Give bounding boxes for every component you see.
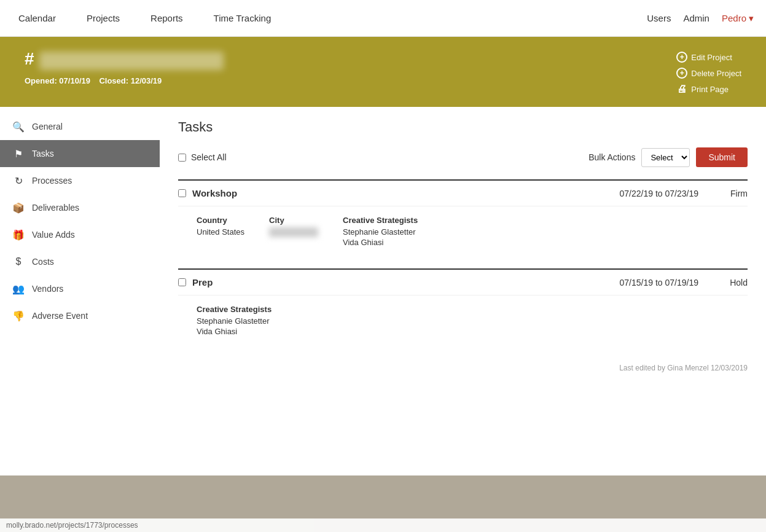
bulk-actions: Bulk Actions Select Submit xyxy=(588,147,748,167)
strategists-label-prep: Creative Strategists xyxy=(197,305,272,314)
project-info: # Opened: 07/10/19 Closed: 12/03/19 xyxy=(25,49,224,85)
sidebar-item-tasks[interactable]: ⚑ Tasks xyxy=(0,140,160,167)
task-section-workshop: Workshop 07/22/19 to 07/23/19 Firm Count… xyxy=(178,179,748,256)
strategists-list-workshop: Stephanie Glastetter Vida Ghiasi xyxy=(343,227,418,247)
sidebar-label-value-adds: Value Adds xyxy=(32,230,75,240)
dropdown-arrow-icon: ▾ xyxy=(749,13,754,24)
sidebar-label-vendors: Vendors xyxy=(32,284,63,294)
task-details-workshop: Country United States City Creative Stra… xyxy=(178,206,748,256)
task-section-prep: Prep 07/15/19 to 07/19/19 Hold Creative … xyxy=(178,268,748,345)
value-adds-icon: 🎁 xyxy=(12,229,25,241)
project-dates: Opened: 07/10/19 Closed: 12/03/19 xyxy=(25,76,224,85)
sidebar-item-adverse-event[interactable]: 👎 Adverse Event xyxy=(0,302,160,329)
detail-group-strategists-workshop: Creative Strategists Stephanie Glastette… xyxy=(343,216,418,247)
opened-date: 07/10/19 xyxy=(59,76,90,85)
print-icon: 🖨 xyxy=(676,84,687,95)
bulk-actions-select[interactable]: Select xyxy=(641,148,690,167)
nav-time-tracking[interactable]: Time Tracking xyxy=(208,1,278,36)
task-dates-prep: 07/15/19 to 07/19/19 xyxy=(620,278,698,288)
delete-project-button[interactable]: + Delete Project xyxy=(676,68,741,79)
search-icon: 🔍 xyxy=(12,120,25,133)
edit-icon: + xyxy=(676,52,687,63)
detail-group-city: City xyxy=(269,216,318,247)
top-nav: Calendar Projects Reports Time Tracking … xyxy=(0,0,766,37)
strategist-1-workshop: Stephanie Glastetter xyxy=(343,227,418,237)
city-label: City xyxy=(269,216,318,225)
tasks-controls: Select All Bulk Actions Select Submit xyxy=(178,147,748,167)
detail-group-country: Country United States xyxy=(197,216,244,247)
status-url: molly.brado.net/projects/1773/processes xyxy=(6,521,138,530)
task-header-prep: Prep 07/15/19 to 07/19/19 Hold xyxy=(178,270,748,295)
task-details-prep: Creative Strategists Stephanie Glastette… xyxy=(178,295,748,345)
main-content: Tasks Select All Bulk Actions Select Sub… xyxy=(160,107,766,475)
select-all-checkbox[interactable] xyxy=(178,154,186,162)
sidebar-label-general: General xyxy=(32,122,63,131)
submit-button[interactable]: Submit xyxy=(696,147,748,167)
strategist-2-workshop: Vida Ghiasi xyxy=(343,238,418,247)
project-banner: # Opened: 07/10/19 Closed: 12/03/19 + Ed… xyxy=(0,37,766,107)
strategists-list-prep: Stephanie Glastetter Vida Ghiasi xyxy=(197,316,272,336)
sidebar-item-costs[interactable]: $ Costs xyxy=(0,248,160,275)
footer-note: Last edited by Gina Menzel 12/03/2019 xyxy=(178,358,748,372)
nav-users[interactable]: Users xyxy=(647,13,671,23)
deliverables-icon: 📦 xyxy=(12,201,25,214)
sidebar-label-deliverables: Deliverables xyxy=(32,203,79,213)
task-header-workshop: Workshop 07/22/19 to 07/23/19 Firm xyxy=(178,181,748,206)
sidebar: 🔍 General ⚑ Tasks ↻ Processes 📦 Delivera… xyxy=(0,107,160,475)
nav-admin[interactable]: Admin xyxy=(683,13,709,23)
closed-label: Closed: xyxy=(99,76,128,85)
sidebar-label-tasks: Tasks xyxy=(32,149,54,158)
project-title xyxy=(39,52,224,70)
sidebar-item-value-adds[interactable]: 🎁 Value Adds xyxy=(0,221,160,248)
strategist-2-prep: Vida Ghiasi xyxy=(197,327,272,336)
sidebar-item-vendors[interactable]: 👥 Vendors xyxy=(0,275,160,302)
adverse-event-icon: 👎 xyxy=(12,310,25,322)
costs-icon: $ xyxy=(12,256,25,268)
strategists-label-workshop: Creative Strategists xyxy=(343,216,418,225)
select-all-label[interactable]: Select All xyxy=(178,152,227,162)
task-name-prep: Prep xyxy=(192,277,620,288)
content-area: 🔍 General ⚑ Tasks ↻ Processes 📦 Delivera… xyxy=(0,107,766,475)
task-status-prep: Hold xyxy=(711,278,748,288)
sidebar-label-costs: Costs xyxy=(32,257,54,267)
flag-icon: ⚑ xyxy=(12,147,25,160)
project-hash: # xyxy=(25,49,34,69)
project-actions: + Edit Project + Delete Project 🖨 Print … xyxy=(676,52,741,95)
task-status-workshop: Firm xyxy=(711,189,748,198)
sidebar-item-processes[interactable]: ↻ Processes xyxy=(0,167,160,194)
print-page-button[interactable]: 🖨 Print Page xyxy=(676,84,741,95)
sidebar-label-processes: Processes xyxy=(32,176,72,186)
task-name-workshop: Workshop xyxy=(192,188,620,198)
country-value: United States xyxy=(197,227,244,237)
country-label: Country xyxy=(197,216,244,225)
vendors-icon: 👥 xyxy=(12,283,25,295)
delete-icon: + xyxy=(676,68,687,79)
nav-reports[interactable]: Reports xyxy=(144,1,189,36)
city-value xyxy=(269,227,318,237)
nav-right: Users Admin Pedro ▾ xyxy=(647,13,754,24)
sidebar-item-general[interactable]: 🔍 General xyxy=(0,113,160,140)
task-checkbox-prep[interactable] xyxy=(178,278,186,286)
page-title: Tasks xyxy=(178,119,748,135)
bulk-actions-label: Bulk Actions xyxy=(588,152,635,162)
nav-calendar[interactable]: Calendar xyxy=(12,1,62,36)
task-dates-workshop: 07/22/19 to 07/23/19 xyxy=(620,189,698,198)
sidebar-item-deliverables[interactable]: 📦 Deliverables xyxy=(0,194,160,221)
task-checkbox-workshop[interactable] xyxy=(178,189,186,197)
closed-date: 12/03/19 xyxy=(131,76,162,85)
opened-label: Opened: xyxy=(25,76,57,85)
nav-projects[interactable]: Projects xyxy=(80,1,126,36)
nav-left: Calendar Projects Reports Time Tracking xyxy=(12,1,647,36)
edit-project-button[interactable]: + Edit Project xyxy=(676,52,741,63)
status-bar: molly.brado.net/projects/1773/processes xyxy=(0,518,766,532)
nav-user[interactable]: Pedro ▾ xyxy=(722,13,754,24)
sidebar-label-adverse-event: Adverse Event xyxy=(32,311,88,321)
processes-icon: ↻ xyxy=(12,174,25,187)
detail-group-strategists-prep: Creative Strategists Stephanie Glastette… xyxy=(197,305,272,336)
strategist-1-prep: Stephanie Glastetter xyxy=(197,316,272,326)
